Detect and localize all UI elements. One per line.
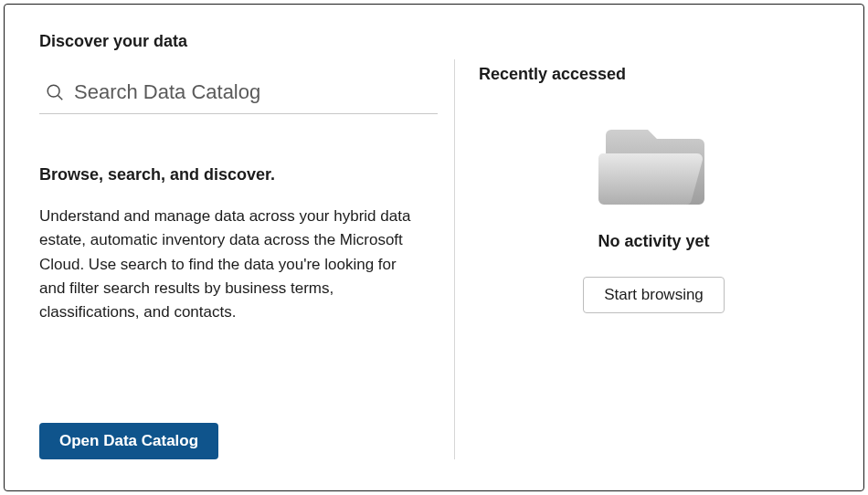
folder-open-icon bbox=[595, 121, 714, 232]
recently-accessed-title: Recently accessed bbox=[479, 65, 829, 84]
discover-description: Understand and manage data across your h… bbox=[39, 205, 423, 325]
recently-accessed-column: Recently accessed bbox=[471, 32, 829, 459]
open-data-catalog-button[interactable]: Open Data Catalog bbox=[39, 423, 218, 459]
column-divider bbox=[454, 59, 455, 459]
discover-data-panel: Discover your data Browse, search, and d… bbox=[4, 4, 864, 491]
card-title: Discover your data bbox=[39, 32, 438, 51]
start-browsing-button[interactable]: Start browsing bbox=[583, 277, 725, 313]
discover-subhead: Browse, search, and discover. bbox=[39, 165, 438, 184]
search-icon bbox=[45, 82, 65, 102]
search-input[interactable] bbox=[74, 80, 436, 104]
discover-left-column: Discover your data Browse, search, and d… bbox=[39, 32, 438, 459]
empty-state-message: No activity yet bbox=[598, 232, 709, 251]
svg-point-0 bbox=[48, 85, 59, 97]
svg-line-1 bbox=[58, 95, 62, 100]
search-field-wrap[interactable] bbox=[39, 75, 438, 114]
recently-accessed-empty-state: No activity yet Start browsing bbox=[479, 121, 829, 313]
